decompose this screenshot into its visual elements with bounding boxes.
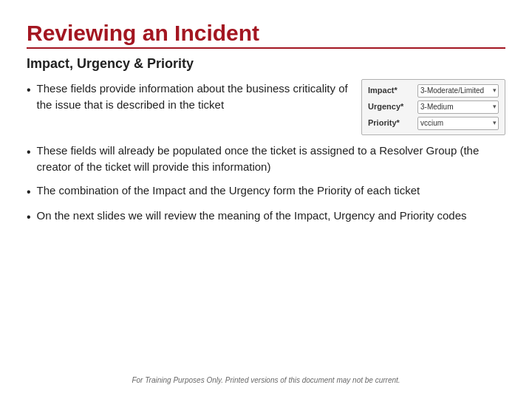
title-underline bbox=[27, 47, 505, 49]
form-row-impact: Impact* 3-Moderate/Limited bbox=[368, 84, 499, 98]
bullet-dot-4: • bbox=[27, 208, 31, 225]
form-select-urgency[interactable]: 3-Medium bbox=[417, 100, 499, 114]
form-select-urgency-wrapper[interactable]: 3-Medium bbox=[417, 100, 499, 114]
bullet-item-1: • These fields provide information about… bbox=[27, 81, 505, 135]
slide-title: Reviewing an Incident bbox=[27, 21, 505, 46]
bullet-item-3: • The combination of the Impact and the … bbox=[27, 183, 505, 200]
form-select-priority[interactable]: vccium bbox=[417, 117, 499, 130]
bullet-item-2: • These fields will already be populated… bbox=[27, 143, 505, 175]
bullet-item-4: • On the next slides we will review the … bbox=[27, 208, 505, 225]
slide-subtitle: Impact, Urgency & Priority bbox=[27, 56, 505, 72]
bullet-dot-2: • bbox=[27, 143, 31, 160]
form-select-priority-wrapper[interactable]: vccium bbox=[417, 117, 499, 130]
form-label-priority: Priority* bbox=[368, 117, 406, 129]
bullet4-text: On the next slides we will review the me… bbox=[37, 208, 505, 224]
bullet-dot-1: • bbox=[27, 81, 31, 98]
bullet3-text: The combination of the Impact and the Ur… bbox=[37, 183, 505, 199]
form-widget: Impact* 3-Moderate/Limited Urgency* 3-Me… bbox=[361, 79, 505, 135]
bullet1-text: These fields provide information about t… bbox=[37, 81, 351, 113]
form-row-urgency: Urgency* 3-Medium bbox=[368, 100, 499, 114]
form-select-impact[interactable]: 3-Moderate/Limited bbox=[417, 84, 499, 98]
bullet2-text: These fields will already be populated o… bbox=[37, 143, 505, 175]
bullet1-content: These fields provide information about t… bbox=[37, 81, 505, 135]
content-area: • These fields provide information about… bbox=[27, 81, 505, 369]
footer-text: For Training Purposes Only. Printed vers… bbox=[27, 376, 505, 384]
form-row-priority: Priority* vccium bbox=[368, 117, 499, 130]
bullet-dot-3: • bbox=[27, 183, 31, 200]
form-label-urgency: Urgency* bbox=[368, 101, 406, 113]
form-label-impact: Impact* bbox=[368, 85, 406, 97]
slide: Reviewing an Incident Impact, Urgency & … bbox=[0, 0, 532, 399]
form-select-impact-wrapper[interactable]: 3-Moderate/Limited bbox=[417, 84, 499, 98]
